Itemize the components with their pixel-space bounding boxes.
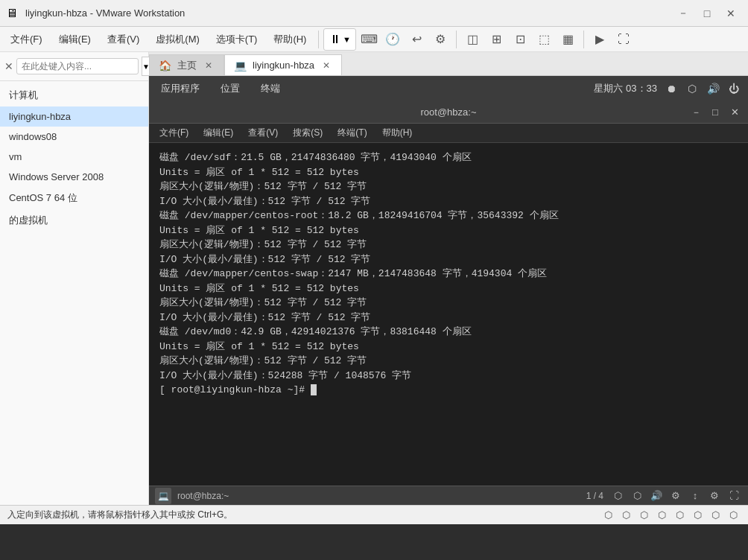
- ts-icon-7[interactable]: ⛶: [726, 488, 742, 504]
- restore-button[interactable]: □: [696, 4, 718, 22]
- bottom-icons: ⬡ ⬡ ⬡ ⬡ ⬡ ⬡ ⬡ ⬡: [600, 508, 741, 523]
- sidebar-item-winserver[interactable]: Windows Server 2008: [0, 167, 148, 187]
- terminal-line: Units = 扇区 of 1 * 512 = 512 bytes: [159, 223, 738, 238]
- sidebar-item-liyingkun[interactable]: liyingkun-hbza: [0, 106, 148, 127]
- ts-icon-3[interactable]: 🔊: [648, 488, 665, 504]
- ts-icon-1[interactable]: ⬡: [609, 488, 626, 504]
- menu-edit[interactable]: 编辑(E): [51, 30, 98, 49]
- tabs-bar: 🏠 主页 ✕ 💻 liyingkun-hbza ✕: [149, 52, 748, 76]
- terminal-menu-btn[interactable]: 终端: [255, 79, 286, 98]
- menu-vm[interactable]: 虚拟机(M): [148, 30, 207, 49]
- liyingkun-tab-close[interactable]: ✕: [320, 60, 332, 71]
- ts-icon-4[interactable]: ⚙: [668, 488, 684, 504]
- term-menu-edit[interactable]: 编辑(E): [197, 125, 239, 141]
- view-btn4[interactable]: ⬚: [533, 28, 555, 51]
- minimize-button[interactable]: －: [672, 4, 694, 22]
- bottom-icon-2[interactable]: ⬡: [618, 508, 633, 523]
- sidebar-search-input[interactable]: [16, 58, 139, 74]
- revert-button[interactable]: ↩: [405, 28, 428, 51]
- menu-file[interactable]: 文件(F): [3, 30, 50, 49]
- term-menu-file[interactable]: 文件(F): [153, 125, 194, 141]
- bottom-icon-3[interactable]: ⬡: [636, 508, 651, 523]
- terminal-line: I/O 大小(最小/最佳)：524288 字节 / 1048576 字节: [159, 369, 738, 384]
- record-icon[interactable]: ⏺: [663, 80, 679, 97]
- volume-icon[interactable]: 🔊: [705, 80, 721, 97]
- terminal-restore[interactable]: □: [706, 104, 724, 121]
- bottom-icon-5[interactable]: ⬡: [672, 508, 687, 523]
- status-message: 入定向到该虚拟机，请将鼠标指针移入其中或按 Ctrl+G。: [7, 509, 232, 521]
- terminal-line: Units = 扇区 of 1 * 512 = 512 bytes: [159, 165, 738, 180]
- terminal-minimize[interactable]: －: [687, 104, 705, 121]
- terminal-page-indicator: 1 / 4: [586, 491, 603, 501]
- title-bar-text: liyingkun-hbza - VMware Workstation: [22, 7, 672, 19]
- bottom-icon-6[interactable]: ⬡: [690, 508, 705, 523]
- terminal-line: 扇区大小(逻辑/物理)：512 字节 / 512 字节: [159, 238, 738, 252]
- sidebar-item-windows08[interactable]: windows08: [0, 127, 148, 147]
- apps-menu[interactable]: 应用程序: [155, 79, 206, 98]
- menu-tab[interactable]: 选项卡(T): [209, 30, 265, 49]
- view-btn3[interactable]: ⊡: [509, 28, 531, 51]
- terminal-line: 扇区大小(逻辑/物理)：512 字节 / 512 字节: [159, 179, 738, 194]
- sidebar-item-centos[interactable]: CentOS 7 64 位: [0, 187, 148, 209]
- term-menu-search[interactable]: 搜索(S): [287, 125, 329, 141]
- close-button[interactable]: ✕: [720, 4, 742, 22]
- console-button[interactable]: ▶: [589, 28, 611, 51]
- tab-home[interactable]: 🏠 主页 ✕: [149, 54, 224, 75]
- term-menu-terminal[interactable]: 终端(T): [332, 125, 373, 141]
- tab-liyingkun[interactable]: 💻 liyingkun-hbza ✕: [224, 54, 342, 75]
- view-btn1[interactable]: ◫: [461, 28, 484, 51]
- home-tab-label: 主页: [177, 59, 197, 72]
- terminal-line: 磁盘 /dev/mapper/centos-root：18.2 GB，18249…: [159, 209, 738, 223]
- liyingkun-tab-label: liyingkun-hbza: [253, 60, 314, 71]
- terminal-line: I/O 大小(最小/最佳)：512 字节 / 512 字节: [159, 194, 738, 209]
- sidebar-item-vms[interactable]: 的虚拟机: [0, 209, 148, 232]
- terminal-window: root@hbza:~ － □ ✕ 文件(F) 编辑(E) 查看(V) 搜索(S…: [149, 101, 748, 505]
- bottom-icon-1[interactable]: ⬡: [600, 508, 615, 523]
- bottom-icon-4[interactable]: ⬡: [654, 508, 669, 523]
- terminal-title-text: root@hbza:~: [421, 106, 477, 118]
- pause-button[interactable]: ⏸▼: [323, 28, 356, 51]
- view-btn2[interactable]: ⊞: [485, 28, 507, 51]
- terminal-status-icons: ⬡ ⬡ 🔊 ⚙ ↕ ⚙ ⛶: [609, 488, 742, 504]
- term-menu-help[interactable]: 帮助(H): [376, 125, 419, 141]
- taskbar-right: 星期六 03：33 ⏺ ⬡ 🔊 ⏻: [594, 80, 742, 97]
- content-area: 🏠 主页 ✕ 💻 liyingkun-hbza ✕ 应用程序 位置 终端 星期六…: [149, 52, 748, 505]
- bottom-icon-8[interactable]: ⬡: [726, 508, 741, 523]
- terminal-status-text: root@hbza:~: [177, 491, 580, 501]
- term-menu-view[interactable]: 查看(V): [242, 125, 284, 141]
- terminal-line: 磁盘 /dev/md0：42.9 GB，42914021376 字节，83816…: [159, 325, 738, 340]
- home-tab-close[interactable]: ✕: [203, 60, 215, 71]
- network-icon[interactable]: ⬡: [684, 80, 700, 97]
- places-menu[interactable]: 位置: [215, 79, 246, 98]
- terminal-line: Units = 扇区 of 1 * 512 = 512 bytes: [159, 340, 738, 354]
- terminal-menu-bar: 文件(F) 编辑(E) 查看(V) 搜索(S) 终端(T) 帮助(H): [149, 124, 748, 143]
- terminal-line: I/O 大小(最小/最佳)：512 字节 / 512 字节: [159, 252, 738, 267]
- menu-help[interactable]: 帮助(H): [266, 30, 314, 49]
- ts-icon-2[interactable]: ⬡: [629, 488, 645, 504]
- main-content: ✕ ▼ 计算机 liyingkun-hbza windows08 vm Wind…: [0, 52, 748, 505]
- bottom-status-bar: 入定向到该虚拟机，请将鼠标指针移入其中或按 Ctrl+G。 ⬡ ⬡ ⬡ ⬡ ⬡ …: [0, 505, 748, 524]
- terminal-line: Units = 扇区 of 1 * 512 = 512 bytes: [159, 281, 738, 296]
- menu-bar: 文件(F) 编辑(E) 查看(V) 虚拟机(M) 选项卡(T) 帮助(H) ⏸▼…: [0, 27, 748, 52]
- ts-icon-6[interactable]: ⚙: [706, 488, 723, 504]
- ts-icon-5[interactable]: ↕: [687, 488, 703, 504]
- fullscreen-button[interactable]: ⛶: [612, 28, 635, 51]
- terminal-close[interactable]: ✕: [726, 104, 744, 121]
- menu-view[interactable]: 查看(V): [100, 30, 147, 49]
- sidebar: ✕ ▼ 计算机 liyingkun-hbza windows08 vm Wind…: [0, 52, 149, 505]
- terminal-line: I/O 大小(最小/最佳)：512 字节 / 512 字节: [159, 311, 738, 325]
- bottom-icon-7[interactable]: ⬡: [708, 508, 723, 523]
- sidebar-close-button[interactable]: ✕: [4, 59, 13, 74]
- power-icon[interactable]: ⏻: [726, 80, 742, 97]
- sidebar-item-vm[interactable]: vm: [0, 147, 148, 167]
- sidebar-item-computer[interactable]: 计算机: [0, 84, 148, 106]
- toolbar-sep2: [456, 31, 457, 48]
- system-tray: ⏺ ⬡ 🔊 ⏻: [663, 80, 742, 97]
- terminal-window-controls: － □ ✕: [687, 104, 744, 121]
- terminal-status-icon[interactable]: 💻: [155, 488, 171, 504]
- terminal-content[interactable]: 磁盘 /dev/sdf：21.5 GB，21474836480 字节，41943…: [149, 143, 748, 486]
- snapshot-button[interactable]: 🕐: [381, 28, 404, 51]
- send-key-button[interactable]: ⌨: [358, 28, 380, 51]
- vm-settings-button[interactable]: ⚙: [429, 28, 451, 51]
- view-btn5[interactable]: ▦: [557, 28, 579, 51]
